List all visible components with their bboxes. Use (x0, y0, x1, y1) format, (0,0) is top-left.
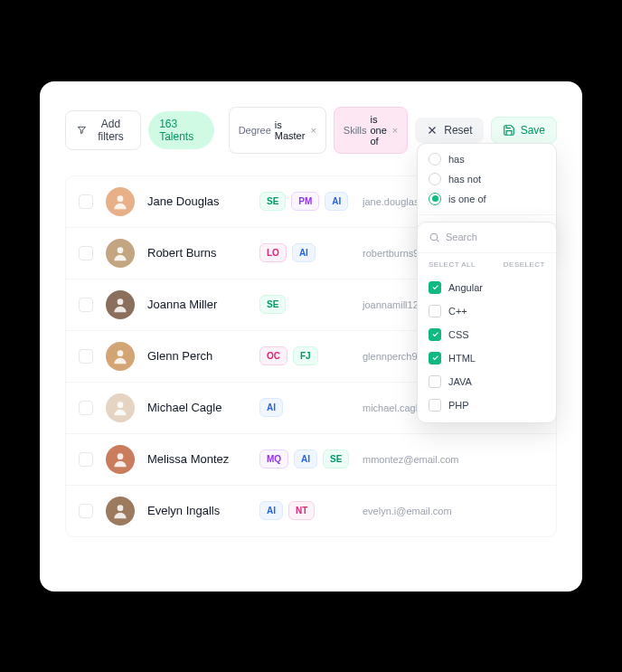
condition-option[interactable]: is one of (429, 193, 545, 205)
skill-tag: SE (259, 192, 286, 211)
condition-option[interactable]: has not (429, 173, 545, 185)
skill-tag: AI (294, 450, 317, 469)
svg-point-5 (118, 453, 124, 459)
skill-option[interactable]: CSS (418, 323, 556, 346)
search-placeholder: Search (446, 232, 477, 242)
tag-group: LOAI (259, 243, 350, 262)
talent-name: Glenn Perch (147, 349, 247, 363)
checkbox-icon (429, 328, 441, 341)
search-input[interactable]: Search (418, 222, 556, 253)
save-button[interactable]: Save (491, 117, 557, 144)
close-icon (426, 124, 438, 137)
skill-tag: MQ (259, 450, 288, 469)
checkbox-icon (429, 375, 441, 388)
skill-tag: AI (259, 501, 283, 520)
save-label: Save (521, 124, 545, 137)
tag-group: SEPMAI (259, 192, 350, 211)
row-checkbox[interactable] (79, 349, 93, 364)
talent-name: Robert Burns (147, 246, 247, 260)
skill-tag: AI (259, 398, 283, 417)
row-checkbox[interactable] (79, 504, 93, 518)
select-all-button[interactable]: SELECT ALL (429, 260, 476, 269)
row-checkbox[interactable] (79, 194, 93, 209)
avatar (106, 290, 135, 319)
skill-label: PHP (448, 400, 469, 411)
row-checkbox[interactable] (79, 298, 93, 312)
svg-point-4 (118, 402, 124, 408)
svg-point-3 (118, 350, 124, 356)
checkbox-icon (429, 305, 441, 317)
chip-op: is one of (370, 114, 386, 147)
option-label: has (448, 154, 465, 165)
table-row[interactable]: Melissa MontezMQAISEmmontez@email.com (66, 434, 556, 486)
talent-email: mmontez@email.com (363, 454, 543, 465)
skill-tag: NT (288, 501, 315, 520)
deselect-button[interactable]: DESELECT (504, 260, 545, 269)
skill-option[interactable]: C++ (418, 299, 556, 323)
svg-point-0 (118, 195, 124, 202)
search-icon (429, 232, 440, 243)
option-label: has not (448, 174, 481, 185)
tag-group: OCFJ (259, 346, 350, 365)
row-checkbox[interactable] (79, 452, 93, 467)
skill-label: Angular (448, 282, 483, 293)
avatar (106, 497, 135, 525)
chip-remove-icon[interactable]: × (392, 125, 398, 136)
avatar (106, 342, 135, 371)
row-checkbox[interactable] (79, 246, 93, 260)
skill-option[interactable]: PHP (418, 393, 556, 417)
skill-label: C++ (448, 306, 467, 317)
filter-chips: Degree is Master ×Skills is one of × (229, 107, 409, 154)
reset-label: Reset (444, 124, 472, 137)
filter-icon (77, 124, 87, 137)
chip-field: Degree (239, 125, 271, 136)
tag-group: MQAISE (259, 450, 350, 469)
avatar (106, 393, 135, 422)
avatar (106, 187, 135, 216)
svg-point-2 (118, 298, 124, 305)
skills-dropdown: Search SELECT ALL DESELECT AngularC++CSS… (417, 222, 557, 423)
svg-point-1 (118, 247, 124, 253)
row-checkbox[interactable] (79, 401, 93, 415)
condition-options: hashas notis one of (418, 144, 556, 214)
radio-icon (429, 193, 441, 205)
tag-group: AI (259, 398, 350, 417)
tag-group: AINT (259, 501, 350, 520)
skill-option[interactable]: HTML (418, 346, 556, 370)
chip-field: Skills (344, 125, 367, 136)
skill-tag: OC (259, 346, 287, 365)
reset-button[interactable]: Reset (415, 118, 483, 143)
skill-tag: PM (291, 192, 319, 211)
option-label: is one of (448, 194, 486, 204)
radio-icon (429, 153, 441, 166)
talent-count-badge: 163 Talents (148, 111, 214, 149)
add-filters-button[interactable]: Add filters (65, 110, 141, 150)
skill-tag: SE (259, 295, 286, 314)
skill-items: AngularC++CSSHTMLJAVAPHP (418, 276, 556, 417)
skill-tag: FJ (293, 346, 318, 365)
filter-chip[interactable]: Degree is Master × (229, 107, 326, 154)
skill-option[interactable]: JAVA (418, 370, 556, 393)
svg-point-6 (118, 505, 124, 511)
checkbox-icon (429, 399, 441, 412)
talent-name: Evelyn Ingalls (147, 504, 247, 517)
chip-op: is Master (275, 119, 306, 141)
talent-email: evelyn.i@email.com (363, 506, 543, 516)
select-actions-row: SELECT ALL DESELECT (418, 253, 556, 276)
chip-remove-icon[interactable]: × (310, 125, 316, 136)
skill-tag: AI (325, 192, 348, 211)
skill-tag: SE (323, 450, 349, 469)
avatar (106, 445, 135, 474)
checkbox-icon (429, 281, 441, 294)
skill-tag: LO (259, 243, 287, 262)
condition-option[interactable]: has (429, 153, 545, 166)
table-row[interactable]: Evelyn IngallsAINTevelyn.i@email.com (66, 486, 556, 536)
save-icon (503, 124, 515, 137)
skill-label: CSS (448, 329, 469, 340)
skill-option[interactable]: Angular (418, 276, 556, 299)
filter-chip[interactable]: Skills is one of × (334, 107, 408, 154)
talent-name: Melissa Montez (147, 452, 247, 466)
talent-name: Jane Douglas (147, 194, 247, 208)
radio-icon (429, 173, 441, 185)
app-window: Add filters 163 Talents Degree is Master… (40, 81, 582, 592)
